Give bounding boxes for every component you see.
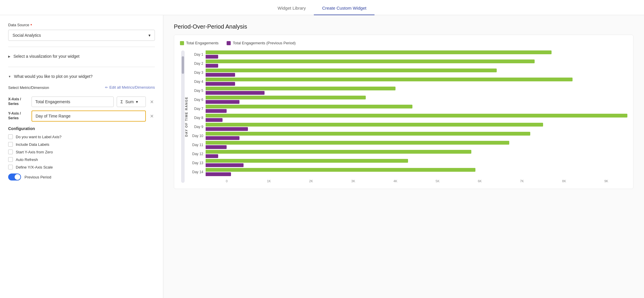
bar-label: Day 14 xyxy=(190,170,203,174)
bar-purple xyxy=(206,73,235,77)
chart-inner: Day 1Day 2Day 3Day 4Day 5Day 6Day 7Day 8… xyxy=(190,50,627,183)
plot-arrow-icon: ▼ xyxy=(8,75,11,78)
bar-purple xyxy=(206,154,218,158)
checkbox-data-labels: Include Data Labels xyxy=(8,142,155,147)
y-axis-label: Y-Axis / Series xyxy=(8,111,29,120)
bar-purple xyxy=(206,82,235,86)
checkbox-auto-refresh-input[interactable] xyxy=(8,157,13,162)
checkbox-y-axis-zero: Start Y-Axis from Zero xyxy=(8,150,155,154)
chart-scrollbar[interactable] xyxy=(181,50,185,183)
bar-purple xyxy=(206,163,244,167)
visualization-section: ▶ Select a visualization for your widget xyxy=(8,52,155,61)
bar-group xyxy=(206,78,627,86)
previous-period-label: Previous Period xyxy=(24,175,51,179)
tab-create-custom-widget[interactable]: Create Custom Widget xyxy=(314,1,374,15)
previous-period-toggle-row: Previous Period xyxy=(8,173,155,180)
data-source-label: Data Source • xyxy=(8,22,155,27)
sigma-icon: Σ xyxy=(120,99,123,104)
bar-green xyxy=(206,168,475,172)
bar-purple xyxy=(206,172,231,176)
x-axis-tick: 1K xyxy=(248,179,290,183)
y-axis-close-button[interactable]: ✕ xyxy=(149,112,155,120)
checkbox-y-axis-zero-input[interactable] xyxy=(8,150,13,154)
bar-row: Day 4 xyxy=(190,78,627,86)
data-source-section: Data Source • Social Analytics ▾ xyxy=(8,22,155,41)
bar-green xyxy=(206,78,573,81)
bar-green xyxy=(206,59,535,63)
bar-label: Day 1 xyxy=(190,52,203,57)
divider-2 xyxy=(8,67,155,67)
bar-group xyxy=(206,87,627,95)
checkbox-axis-scale-input[interactable] xyxy=(8,165,13,169)
bar-label: Day 4 xyxy=(190,80,203,84)
legend-color-purple xyxy=(227,41,231,45)
checkbox-data-labels-input[interactable] xyxy=(8,142,13,147)
config-title: Configuration xyxy=(8,126,155,131)
bar-green xyxy=(206,159,408,163)
y-axis-input[interactable] xyxy=(32,111,146,122)
chart-legend: Total Engagements Total Engagements (Pre… xyxy=(180,41,627,45)
bar-group xyxy=(206,69,627,77)
checkbox-axis-scale: Define Y/X-Axis Scale xyxy=(8,165,155,169)
x-axis-tick: 9K xyxy=(585,179,627,183)
bar-group xyxy=(206,105,627,113)
x-axis-close-button[interactable]: ✕ xyxy=(149,98,155,106)
legend-item-purple: Total Engagements (Previous Period) xyxy=(227,41,295,45)
plot-content: Select Metric/Dimension ✏ Edit all Metri… xyxy=(8,81,155,184)
previous-period-toggle[interactable] xyxy=(8,173,21,180)
bar-green xyxy=(206,96,366,99)
bar-label: Day 8 xyxy=(190,116,203,120)
bar-row: Day 5 xyxy=(190,87,627,95)
chart-title: Period-Over-Period Analysis xyxy=(174,23,634,30)
edit-metrics-link[interactable]: ✏ Edit all Metrics/Dimensions xyxy=(105,85,155,90)
bar-label: Day 12 xyxy=(190,152,203,156)
bar-row: Day 13 xyxy=(190,159,627,167)
bar-row: Day 10 xyxy=(190,132,627,140)
bar-group xyxy=(206,96,627,104)
dropdown-arrow-icon: ▾ xyxy=(148,33,150,38)
bar-chart-area: DAY OF TIME RANGE Day 1Day 2Day 3Day 4Da… xyxy=(180,50,627,183)
bar-label: Day 11 xyxy=(190,143,203,147)
bar-green xyxy=(206,114,627,118)
x-axis-tick: 3K xyxy=(332,179,374,183)
y-axis-rotated-label: DAY OF TIME RANGE xyxy=(185,50,188,183)
bar-label: Day 5 xyxy=(190,89,203,93)
checkbox-label-axis-input[interactable] xyxy=(8,134,13,139)
data-source-dropdown[interactable]: Social Analytics ▾ xyxy=(8,30,155,41)
checkbox-label-axis: Do you want to Label Axis? xyxy=(8,134,155,139)
left-panel: Data Source • Social Analytics ▾ ▶ Selec… xyxy=(0,15,163,298)
checkbox-auto-refresh: Auto Refresh xyxy=(8,157,155,162)
x-axis-input[interactable] xyxy=(32,97,114,107)
bar-label: Day 6 xyxy=(190,98,203,102)
x-axis-tick: 0 xyxy=(206,179,248,183)
bar-group xyxy=(206,59,627,68)
bar-purple xyxy=(206,136,239,140)
y-axis-row: Y-Axis / Series ✕ xyxy=(8,111,155,122)
bar-green xyxy=(206,87,396,90)
aggregation-dropdown[interactable]: Σ Sum ▾ xyxy=(117,97,146,107)
bar-purple xyxy=(206,91,265,95)
bar-group xyxy=(206,159,627,167)
bar-group xyxy=(206,141,627,149)
bar-row: Day 11 xyxy=(190,141,627,149)
bar-label: Day 7 xyxy=(190,107,203,111)
plot-section: ▼ What would you like to plot on your wi… xyxy=(8,72,155,184)
bar-row: Day 14 xyxy=(190,168,627,176)
bar-row: Day 1 xyxy=(190,50,627,59)
x-axis: 01K2K3K4K5K6K7K8K9K xyxy=(190,179,627,183)
bar-green xyxy=(206,69,497,72)
bar-row: Day 7 xyxy=(190,105,627,113)
bar-group xyxy=(206,123,627,131)
bar-label: Day 10 xyxy=(190,134,203,138)
plot-header[interactable]: ▼ What would you like to plot on your wi… xyxy=(8,72,155,81)
data-source-value: Social Analytics xyxy=(13,33,41,38)
bar-green xyxy=(206,132,530,136)
bar-green xyxy=(206,150,471,154)
bar-green xyxy=(206,105,412,108)
legend-label-green: Total Engagements xyxy=(186,41,218,45)
divider-1 xyxy=(8,47,155,47)
visualization-header[interactable]: ▶ Select a visualization for your widget xyxy=(8,52,155,61)
tab-widget-library[interactable]: Widget Library xyxy=(270,1,314,15)
x-axis-tick: 8K xyxy=(543,179,585,183)
x-axis-tick: 2K xyxy=(290,179,332,183)
